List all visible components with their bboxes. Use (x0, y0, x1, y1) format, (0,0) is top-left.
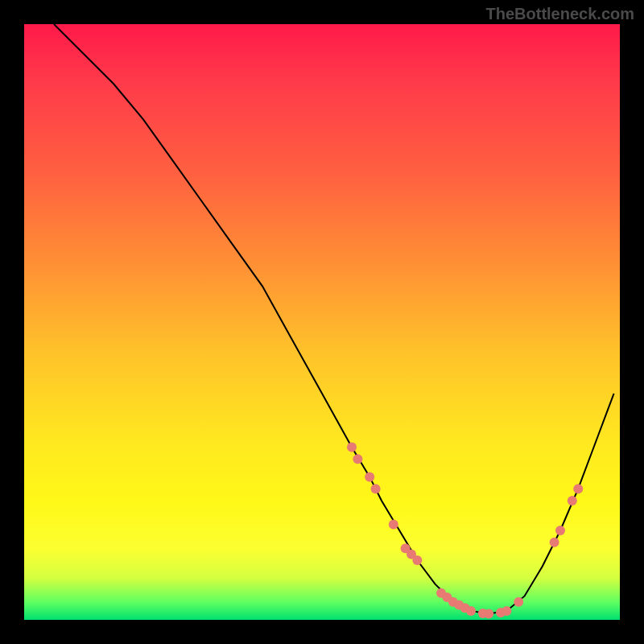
watermark-text: TheBottleneck.com (486, 5, 634, 23)
data-point-marker (412, 555, 422, 565)
data-point-marker (371, 484, 381, 493)
data-point-markers (347, 442, 583, 618)
data-point-marker (514, 597, 523, 607)
data-point-marker (568, 496, 577, 506)
chart-plot-area (24, 24, 620, 620)
data-point-marker (365, 472, 374, 481)
data-point-marker (389, 520, 398, 530)
data-point-marker (550, 538, 559, 547)
data-point-marker (555, 526, 565, 535)
data-point-marker (347, 442, 357, 452)
data-point-marker (353, 454, 362, 464)
data-point-marker (466, 606, 476, 616)
data-point-marker (484, 609, 493, 619)
data-point-marker (573, 484, 583, 493)
bottleneck-curve-line (54, 24, 614, 614)
data-point-marker (502, 606, 511, 616)
chart-svg (24, 24, 620, 620)
